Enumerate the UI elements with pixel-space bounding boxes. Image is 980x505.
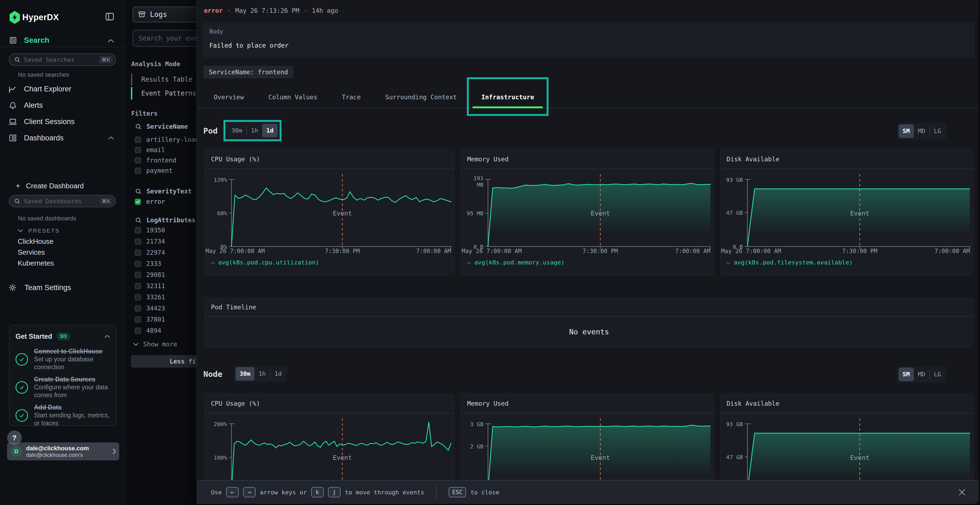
saved-dashboards-input[interactable]: Saved Dashboards ⌘K [9, 195, 116, 207]
svg-text:191: 191 [473, 175, 484, 181]
create-dashboard-button[interactable]: + Create Dashboard [16, 182, 84, 190]
filter-value-row[interactable]: 34423 [135, 305, 165, 312]
filter-value-row[interactable]: 4894 [135, 327, 161, 334]
sidebar-item-client-sessions[interactable]: Client Sessions [24, 118, 75, 126]
sidebar-item-chart-explorer[interactable]: Chart Explorer [24, 85, 71, 93]
step-title: Add Data [34, 403, 110, 411]
collapse-sidebar-button[interactable] [105, 13, 115, 21]
pod-disk-chart[interactable]: 93 GB47 GB0 BEventMay 26 7:00:00 AM7:30:… [721, 170, 973, 255]
checkbox[interactable] [135, 227, 141, 233]
filter-value-row[interactable]: artillery-load [135, 136, 199, 143]
svg-text:120%: 120% [214, 176, 227, 183]
filter-value-row[interactable]: 32311 [135, 283, 165, 289]
svg-text:May 26 7:00:00 AM: May 26 7:00:00 AM [462, 248, 522, 254]
range-1d[interactable]: 1d [270, 367, 286, 381]
checkbox[interactable] [135, 157, 141, 164]
preset-services[interactable]: Services [18, 248, 45, 257]
checkbox[interactable] [135, 168, 141, 174]
hint-text: to close [470, 489, 499, 496]
sidebar-item-team-settings[interactable]: Team Settings [24, 284, 71, 292]
show-more-button[interactable]: Show more [133, 341, 177, 348]
checkbox-checked[interactable] [135, 199, 141, 205]
filter-value-row[interactable]: email [135, 146, 165, 154]
filter-group-severitytext[interactable]: SeverityText [135, 188, 192, 195]
pod-memory-chart[interactable]: 191MB95 MB0 BEventMay 26 7:00:00 AM7:30:… [461, 170, 714, 255]
filter-value-row[interactable]: 22974 [135, 249, 165, 256]
checkbox[interactable] [135, 272, 141, 278]
node-chart-size-control: SM MD LG [897, 366, 947, 383]
svg-text:MB: MB [477, 181, 484, 188]
checkbox[interactable] [135, 147, 141, 153]
size-lg[interactable]: LG [930, 368, 945, 381]
filter-value-row[interactable]: 21734 [135, 238, 165, 245]
chart-card-pod-memory: Memory Used 191MB95 MB0 BEventMay 26 7:0… [461, 149, 714, 275]
chart-title: Disk Available [721, 394, 973, 414]
shortcut-badge: ⌘K [99, 197, 113, 205]
svg-text:47 GB: 47 GB [726, 454, 743, 461]
saved-searches-input[interactable]: Saved Searches ⌘K [9, 53, 116, 66]
size-sm[interactable]: SM [899, 124, 914, 138]
sidebar-item-alerts[interactable]: Alerts [24, 101, 43, 110]
filter-value-row[interactable]: frontend [135, 157, 177, 164]
size-md[interactable]: MD [914, 368, 929, 381]
user-account-chip[interactable]: D dale@clickhouse.com dale@clickhouse.co… [7, 442, 119, 461]
sidebar-item-search[interactable]: Search [24, 36, 49, 44]
service-name-tag[interactable]: ServiceName: frontend [204, 66, 293, 78]
checkbox[interactable] [135, 316, 141, 323]
filter-value-row[interactable]: error [135, 198, 165, 205]
checkbox[interactable] [135, 294, 141, 300]
checkbox[interactable] [135, 260, 141, 267]
get-started-item[interactable]: Add Data Start sending logs, metrics, or… [16, 403, 110, 426]
size-md[interactable]: MD [914, 124, 929, 138]
dashboards-chevron-up-icon[interactable] [108, 136, 115, 140]
tab-trace[interactable]: Trace [332, 87, 371, 108]
filter-group-servicename[interactable]: ServiceName [135, 123, 188, 130]
svg-text:93 GB: 93 GB [726, 421, 743, 427]
filter-value-row[interactable]: 37801 [135, 316, 165, 323]
get-started-item[interactable]: Create Data Sources Configure where your… [16, 375, 110, 399]
check-circle-icon [16, 409, 28, 422]
checkbox[interactable] [135, 327, 141, 334]
check-circle-icon [16, 381, 28, 394]
checkbox[interactable] [135, 249, 141, 256]
checkbox[interactable] [135, 305, 141, 311]
preset-kubernetes[interactable]: Kubernetes [18, 259, 54, 267]
checkbox[interactable] [135, 283, 141, 289]
tab-column-values[interactable]: Column Values [258, 87, 328, 108]
search-icon [135, 123, 142, 130]
range-30m[interactable]: 30m [227, 124, 247, 137]
filter-group-logattributes[interactable]: LogAttributes [135, 217, 196, 224]
source-select[interactable]: Logs [132, 6, 204, 22]
tab-surrounding-context[interactable]: Surrounding Context [375, 87, 467, 108]
size-sm[interactable]: SM [899, 368, 914, 381]
range-1h[interactable]: 1h [255, 367, 270, 381]
svg-text:200%: 200% [214, 421, 227, 427]
dashboards-grid-icon [9, 134, 17, 142]
filter-value-row[interactable]: 29081 [135, 271, 165, 278]
search-section-chevron-up-icon[interactable] [107, 39, 115, 43]
presets-toggle[interactable]: PRESETS [18, 227, 60, 234]
get-started-item[interactable]: Connect to ClickHouse Set up your databa… [16, 348, 110, 371]
close-icon[interactable] [958, 488, 966, 496]
pod-cpu-chart[interactable]: 120%60%0%EventMay 26 7:00:00 AM7:30:00 P… [205, 170, 454, 255]
chart-card-pod-disk: Disk Available 93 GB47 GB0 BEventMay 26 … [720, 149, 974, 275]
filter-value-row[interactable]: 2333 [135, 260, 161, 267]
filter-value-row[interactable]: 19350 [135, 227, 165, 234]
saved-dashboards-placeholder: Saved Dashboards [24, 198, 99, 205]
get-started-title: Get Started [16, 332, 52, 340]
range-1h[interactable]: 1h [247, 124, 262, 137]
filter-value-row[interactable]: payment [135, 167, 173, 174]
size-lg[interactable]: LG [930, 124, 945, 138]
chevron-up-icon[interactable] [104, 335, 110, 338]
tab-infrastructure[interactable]: Infrastructure [471, 87, 544, 108]
range-30m[interactable]: 30m [235, 367, 255, 381]
range-1d[interactable]: 1d [262, 124, 278, 137]
checkbox[interactable] [135, 137, 141, 143]
sidebar: HyperDX Search Saved Searches ⌘K No save… [0, 0, 125, 505]
sidebar-item-dashboards[interactable]: Dashboards [24, 134, 64, 142]
svg-text:Event: Event [333, 210, 352, 217]
filter-value-row[interactable]: 33261 [135, 294, 165, 301]
tab-overview[interactable]: Overview [204, 87, 254, 108]
preset-clickhouse[interactable]: ClickHouse [18, 237, 54, 246]
checkbox[interactable] [135, 238, 141, 245]
